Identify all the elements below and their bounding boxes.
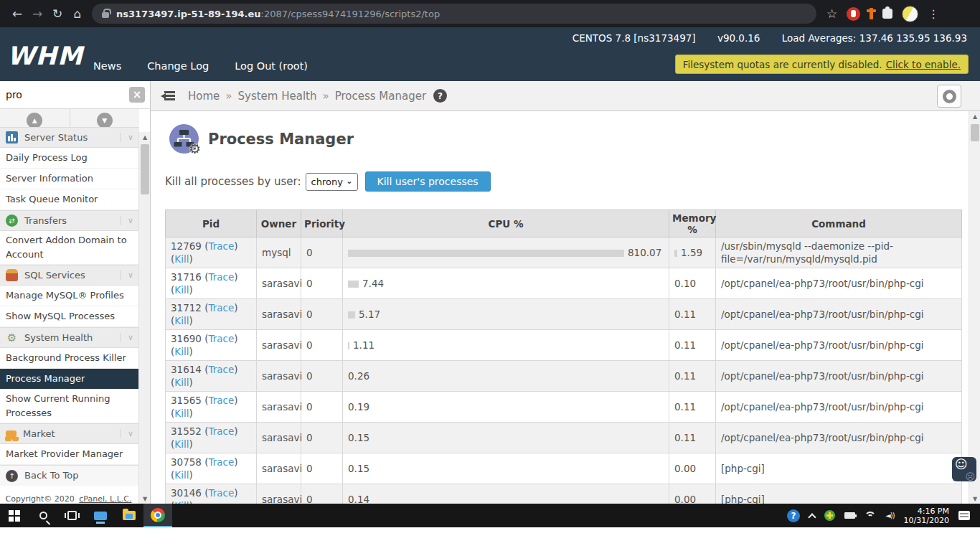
trace-link[interactable]: Trace (209, 425, 235, 437)
breadcrumb-home[interactable]: Home (188, 90, 220, 103)
back-icon[interactable]: ← (7, 4, 27, 24)
chevron-down-icon[interactable]: ∨ (120, 216, 133, 225)
trace-link[interactable]: Trace (209, 395, 235, 406)
show-hidden-icons-icon[interactable] (808, 513, 816, 521)
scroll-down-icon[interactable]: ▼ (139, 494, 151, 504)
table-row: 31552 (Trace) (Kill)sarasavi00.150.11/op… (166, 423, 962, 453)
table-row: 12769 (Trace) (Kill)mysql0810.071.59/usr… (166, 237, 962, 268)
sidebar-item-daily-process-log[interactable]: Daily Process Log (0, 148, 139, 169)
chevron-down-icon[interactable]: ∨ (120, 133, 133, 142)
sidebar-item-label: Server Information (6, 171, 133, 186)
trace-link[interactable]: Trace (209, 302, 235, 314)
support-button[interactable] (937, 85, 961, 108)
whm-logo[interactable]: WHM (7, 42, 83, 70)
chevron-down-icon[interactable]: ∨ (120, 333, 133, 342)
trace-link[interactable]: Trace (209, 487, 235, 499)
sidebar-item-show-mysql-processes[interactable]: Show MySQL Processes (0, 306, 139, 327)
antivirus-icon[interactable] (824, 510, 835, 521)
quota-enable-link[interactable]: Click to enable. (886, 59, 961, 70)
trace-link[interactable]: Trace (209, 333, 235, 344)
kill-link[interactable]: Kill (174, 253, 189, 265)
notifications-icon[interactable] (958, 511, 970, 520)
task-view-button[interactable] (57, 504, 86, 527)
reload-icon[interactable]: ↻ (47, 4, 67, 24)
volume-icon[interactable]: ◄)) (885, 512, 895, 519)
scrollbar-thumb[interactable] (141, 144, 149, 194)
kill-link[interactable]: Kill (174, 469, 189, 481)
sidebar-item-show-current-running-processes[interactable]: Show Current Running Processes (0, 390, 139, 423)
user-select[interactable]: chrony ⌄ (306, 173, 358, 191)
clear-search-icon[interactable]: × (129, 87, 145, 103)
priority-cell: 0 (301, 330, 343, 361)
profile-avatar[interactable] (902, 6, 918, 22)
file-explorer-button[interactable] (115, 504, 143, 527)
battery-icon[interactable] (844, 512, 855, 519)
kill-link[interactable]: Kill (174, 284, 189, 296)
browser-menu-icon[interactable]: ⋮ (928, 7, 939, 21)
help-tray-icon[interactable]: ? (787, 509, 800, 522)
process-manager-icon: ⚙ (169, 124, 199, 154)
nav-news[interactable]: News (93, 60, 121, 72)
extensions-puzzle-icon[interactable] (882, 9, 892, 19)
home-icon[interactable]: ⌂ (67, 4, 88, 24)
sidebar-item-process-manager[interactable]: Process Manager (0, 369, 139, 390)
bookmark-star-icon[interactable]: ☆ (826, 6, 837, 21)
sidebar-item-background-process-killer[interactable]: Background Process Killer (0, 348, 139, 369)
kill-link[interactable]: Kill (174, 315, 189, 326)
scroll-up-icon[interactable]: ▲ (969, 111, 980, 121)
taskbar-clock[interactable]: 4:16 PM 10/31/2020 (904, 507, 949, 525)
remote-desktop-button[interactable] (86, 504, 115, 527)
taskbar-search-button[interactable] (29, 504, 57, 527)
kill-link[interactable]: Kill (174, 408, 189, 419)
nav-change-log[interactable]: Change Log (147, 60, 209, 72)
sidebar-scrollbar[interactable]: ▲ ▼ (138, 132, 150, 504)
feedback-widget[interactable]: ☺ ☹ (952, 457, 976, 481)
content-scrollbar[interactable]: ▲ ▼ (969, 111, 980, 504)
trace-link[interactable]: Trace (209, 364, 235, 375)
scroll-down-icon[interactable]: ▼ (969, 494, 980, 504)
sidebar-item-back-to-top[interactable]: ↑Back To Top (0, 465, 139, 486)
sidebar-item-convert-addon-domain-to-account[interactable]: Convert Addon Domain to Account (0, 231, 139, 265)
sidebar-item-transfers[interactable]: ⇄Transfers∨ (0, 210, 139, 231)
help-icon[interactable]: ? (433, 89, 447, 103)
trace-link[interactable]: Trace (209, 456, 235, 468)
sidebar-item-server-status[interactable]: Server Status∨ (0, 127, 139, 148)
sidebar-item-market-provider-manager[interactable]: Market Provider Manager (0, 444, 139, 465)
pid-value: 30758 (171, 456, 202, 468)
arrow-up-icon: ▲ (27, 113, 42, 128)
sidebar-item-market[interactable]: Market∨ (0, 423, 139, 444)
sidebar-item-server-information[interactable]: Server Information (0, 169, 139, 189)
trace-link[interactable]: Trace (209, 271, 235, 283)
sidebar-item-sql-services[interactable]: SQL Services∨ (0, 265, 139, 286)
sidebar-item-task-queue-monitor[interactable]: Task Queue Monitor (0, 189, 139, 210)
kill-link[interactable]: Kill (174, 377, 189, 388)
address-bar[interactable]: ns3173497.ip-51-89-194.eu:2087/cpsess947… (92, 4, 816, 24)
table-row: 31716 (Trace) (Kill)sarasavi07.440.10/op… (166, 268, 962, 299)
owner-cell: sarasavi (257, 268, 301, 299)
cpanel-link[interactable]: cPanel, L.L.C. (79, 494, 131, 504)
chevron-down-icon[interactable]: ∨ (120, 270, 133, 280)
breadcrumb-system-health[interactable]: System Health (237, 90, 316, 103)
kill-link[interactable]: Kill (174, 438, 189, 450)
load-averages: Load Averages: 137.46 135.95 136.93 (782, 32, 967, 44)
forward-icon[interactable]: → (27, 4, 47, 24)
trace-link[interactable]: Trace (209, 240, 235, 252)
command-cell: /opt/cpanel/ea-php73/root/usr/bin/php-cg… (716, 268, 962, 299)
chrome-button[interactable] (143, 504, 172, 527)
sidebar-search-input[interactable]: pro (6, 89, 129, 100)
nav-logout[interactable]: Log Out (root) (235, 60, 308, 72)
sidebar-item-system-health[interactable]: ⚙System Health∨ (0, 327, 139, 348)
pid-value: 31690 (171, 333, 202, 344)
wifi-icon[interactable] (864, 512, 876, 519)
process-table: Pid Owner Priority CPU % Memory % Comman… (165, 209, 962, 504)
adblock-extension-icon[interactable] (847, 7, 860, 21)
kill-user-processes-button[interactable]: Kill user's processes (365, 171, 491, 192)
sidebar-item-manage-mysql-profiles[interactable]: Manage MySQL® Profiles (0, 286, 139, 306)
kill-link[interactable]: Kill (174, 346, 189, 357)
extension-icon[interactable] (870, 8, 873, 19)
scroll-up-icon[interactable]: ▲ (139, 132, 151, 142)
start-button[interactable] (0, 504, 29, 527)
collapse-sidebar-icon[interactable] (159, 91, 176, 101)
scrollbar-thumb[interactable] (971, 124, 979, 141)
chevron-down-icon[interactable]: ∨ (120, 429, 133, 438)
